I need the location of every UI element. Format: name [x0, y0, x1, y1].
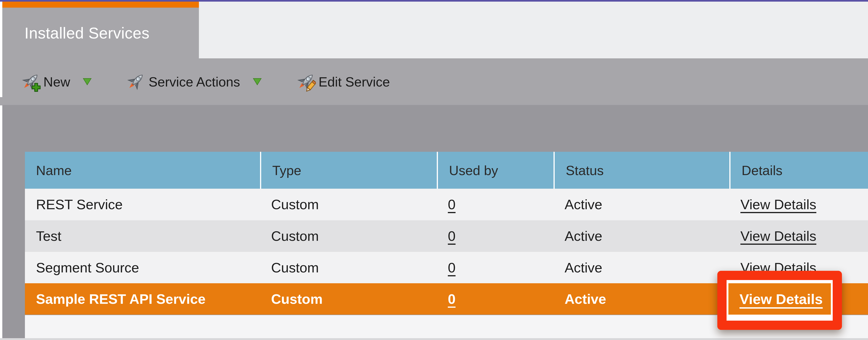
cell-status: Active	[554, 252, 729, 283]
service-actions-button-label: Service Actions	[149, 74, 240, 90]
left-edge-notch	[0, 97, 3, 105]
column-header-details: Details	[729, 152, 868, 189]
cell-status: Active	[554, 283, 729, 315]
bottom-edge	[0, 338, 868, 340]
cell-type: Custom	[260, 189, 437, 220]
view-details-link[interactable]: View Details	[740, 291, 823, 307]
cell-used-by[interactable]: 0	[437, 220, 554, 252]
page-title: Installed Services	[25, 24, 150, 42]
toolbar: New Service Actions Edi	[2, 58, 868, 105]
cell-status: Active	[554, 220, 729, 252]
column-header-used-by: Used by	[437, 152, 554, 189]
tab-installed-services[interactable]: Installed Services	[2, 8, 199, 58]
cell-name: REST Service	[25, 189, 260, 220]
annotation-highlighted-cell: View Details	[728, 283, 831, 315]
column-header-type: Type	[260, 152, 437, 189]
cell-used-by[interactable]: 0	[437, 252, 554, 283]
cell-type: Custom	[260, 220, 437, 252]
cell-name: Sample REST API Service	[25, 283, 260, 315]
cell-used-by[interactable]: 0	[437, 189, 554, 220]
cell-type: Custom	[260, 252, 437, 283]
rocket-pencil-icon	[296, 71, 316, 92]
new-button-label: New	[43, 74, 70, 90]
table-row[interactable]: REST ServiceCustom0ActiveView Details	[25, 189, 868, 220]
edit-service-button-label: Edit Service	[319, 74, 390, 90]
chevron-down-icon	[83, 78, 92, 85]
top-accent-bar	[0, 0, 868, 2]
table-row[interactable]: TestCustom0ActiveView Details	[25, 220, 868, 252]
service-actions-button[interactable]: Service Actions	[125, 71, 262, 92]
cell-name: Test	[25, 220, 260, 252]
new-button[interactable]: New	[20, 71, 92, 92]
chevron-down-icon	[253, 78, 262, 85]
cell-details[interactable]: View Details	[729, 220, 868, 252]
cell-status: Active	[554, 189, 729, 220]
highlight-annotation-box: View Details	[717, 271, 842, 330]
edit-service-button[interactable]: Edit Service	[296, 71, 390, 92]
column-header-name: Name	[25, 152, 260, 189]
table-header-row: Name Type Used by Status Details	[25, 152, 868, 189]
rocket-icon	[125, 71, 146, 92]
active-tab-accent	[2, 2, 199, 8]
cell-name: Segment Source	[25, 252, 260, 283]
cell-details[interactable]: View Details	[729, 189, 868, 220]
column-header-status: Status	[554, 152, 729, 189]
installed-services-page: Installed Services New Service Actions	[0, 0, 868, 340]
cell-type: Custom	[260, 283, 437, 315]
tab-strip-background	[199, 2, 868, 58]
rocket-plus-icon	[20, 71, 41, 92]
cell-used-by[interactable]: 0	[437, 283, 554, 315]
